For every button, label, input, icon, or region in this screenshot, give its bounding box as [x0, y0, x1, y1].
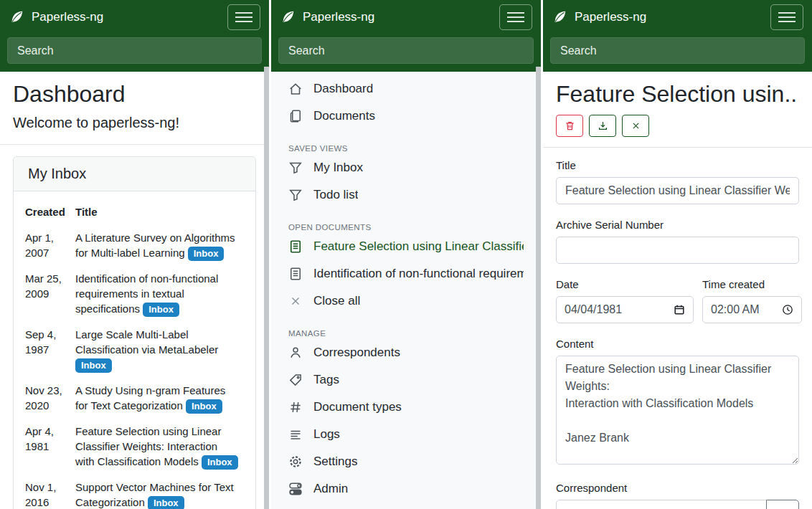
brand[interactable]: Paperless-ng	[9, 9, 103, 25]
menu-item-dashboard[interactable]: Dashboard	[271, 75, 541, 103]
content-label: Content	[556, 338, 799, 350]
content-textarea[interactable]: Feature Selection using Linear Classifie…	[556, 356, 799, 465]
menu-item-label: Dashboard	[313, 82, 373, 96]
menu-item-open-document-1[interactable]: Feature Selection using Linear Classifie…	[271, 233, 541, 260]
saved-view-card: My Inbox Created Title Apr 1, 2007	[13, 156, 256, 509]
brand-title: Paperless-ng	[575, 10, 646, 24]
inbox-tag-badge[interactable]: Inbox	[75, 358, 112, 373]
menu-item-label: Documents	[313, 109, 375, 123]
scrollbar[interactable]	[536, 67, 541, 509]
menu-item-open-document-2[interactable]: Identification of non-functional require…	[271, 260, 541, 287]
funnel-icon	[288, 161, 303, 175]
home-icon	[288, 82, 303, 96]
inbox-tag-badge[interactable]: Inbox	[186, 399, 222, 414]
column-header-title: Title	[75, 203, 244, 225]
inbox-tag-badge[interactable]: Inbox	[143, 303, 179, 317]
row-created: Nov 23, 2020	[25, 378, 75, 419]
add-correspondent-button[interactable]: +	[766, 500, 799, 509]
date-field: Date 04/04/1981	[556, 278, 694, 323]
inbox-tag-badge[interactable]: Inbox	[188, 247, 225, 261]
search-input[interactable]	[550, 37, 805, 64]
time-value: 02:00 AM	[711, 303, 760, 316]
hash-icon	[288, 400, 303, 414]
correspondent-label: Correspondent	[556, 482, 799, 494]
menu-item-label: My Inbox	[313, 161, 363, 175]
close-icon	[631, 121, 641, 130]
header-divider	[543, 147, 812, 148]
documents-icon	[288, 109, 303, 123]
menu-item-correspondents[interactable]: Correspondents	[271, 339, 541, 366]
menu-item-label: Tags	[313, 373, 339, 387]
time-field: Time created 02:00 AM	[702, 278, 802, 323]
table-row[interactable]: Apr 4, 1981 Feature Selection using Line…	[25, 419, 244, 475]
menu-item-label: Document types	[313, 400, 402, 414]
brand-title: Paperless-ng	[303, 10, 374, 24]
row-title[interactable]: Feature Selection using Linear Classifie…	[75, 425, 221, 467]
dashboard-content: Dashboard Welcome to paperless-ng! My In…	[0, 67, 269, 509]
file-text-icon	[288, 267, 303, 281]
inbox-table: Created Title Apr 1, 2007 A Literature S…	[25, 203, 244, 509]
menu-item-admin[interactable]: Admin	[271, 475, 541, 503]
calendar-icon[interactable]	[674, 304, 685, 315]
download-button[interactable]	[589, 115, 616, 137]
saved-view-card-title: My Inbox	[14, 157, 255, 191]
time-label: Time created	[702, 278, 802, 290]
search-input[interactable]	[278, 37, 534, 64]
menu-item-label: Close all	[313, 294, 360, 308]
clock-icon[interactable]	[782, 304, 793, 315]
date-input[interactable]: 04/04/1981	[556, 296, 694, 323]
time-input[interactable]: 02:00 AM	[702, 296, 802, 323]
page-title: Dashboard	[13, 81, 256, 108]
person-icon	[288, 346, 303, 360]
date-time-row: Date 04/04/1981 Time created 02:00 AM	[556, 278, 799, 323]
brand[interactable]: Paperless-ng	[552, 9, 646, 25]
menu-item-document-types[interactable]: Document types	[271, 394, 541, 421]
table-row[interactable]: Nov 23, 2020 A Study Using n-gram Featur…	[25, 378, 244, 419]
menu-item-label: Logs	[313, 427, 340, 442]
table-row[interactable]: Nov 1, 2016 Support Vector Machines for …	[25, 475, 244, 509]
download-icon	[598, 120, 608, 131]
row-created: Apr 1, 2007	[25, 225, 75, 266]
menu-item-label: Correspondents	[313, 346, 400, 360]
search-input[interactable]	[7, 37, 262, 64]
table-row[interactable]: Apr 1, 2007 A Literature Survey on Algor…	[25, 225, 244, 266]
table-row[interactable]: Sep 4, 1987 Large Scale Multi-Label Clas…	[25, 322, 244, 378]
inbox-tag-badge[interactable]: Inbox	[202, 455, 238, 470]
tag-icon	[288, 373, 303, 387]
menu-item-label: Feature Selection using Linear Classifie…	[313, 239, 524, 254]
title-label: Title	[556, 159, 799, 171]
menu-item-my-inbox[interactable]: My Inbox	[271, 154, 541, 181]
correspondent-select[interactable]: Dunja Mladenić	[556, 500, 767, 509]
hamburger-icon[interactable]	[227, 4, 260, 30]
hamburger-icon[interactable]	[499, 4, 532, 30]
delete-button[interactable]	[556, 115, 583, 137]
title-input[interactable]	[556, 177, 799, 204]
menu-item-settings[interactable]: Settings	[271, 448, 541, 475]
header-divider	[0, 144, 269, 145]
close-document-button[interactable]	[622, 115, 649, 137]
menu-item-tags[interactable]: Tags	[271, 366, 541, 394]
menu-item-todo-list[interactable]: Todo list	[271, 181, 541, 209]
toggles-icon	[288, 482, 303, 496]
row-title[interactable]: Large Scale Multi-Label Classification v…	[75, 328, 218, 356]
navbar: Paperless-ng	[543, 0, 812, 34]
inbox-tag-badge[interactable]: Inbox	[148, 496, 184, 509]
nav-menu-panel: Paperless-ng Dashboard Documents SAVED V…	[271, 0, 541, 509]
menu-item-close-all[interactable]: Close all	[271, 287, 541, 315]
menu-item-logs[interactable]: Logs	[271, 421, 541, 448]
file-text-icon	[288, 239, 303, 254]
scrollbar[interactable]	[264, 67, 269, 509]
brand[interactable]: Paperless-ng	[280, 9, 374, 25]
menu-item-documents[interactable]: Documents	[271, 103, 541, 130]
content-field: Content Feature Selection using Linear C…	[556, 338, 799, 467]
trash-icon	[565, 120, 575, 131]
navbar: Paperless-ng	[0, 0, 269, 34]
table-row[interactable]: Mar 25, 2009 Identification of non-funct…	[25, 266, 244, 322]
hamburger-icon[interactable]	[770, 4, 803, 30]
column-header-created: Created	[25, 203, 75, 225]
correspondent-field: Correspondent Dunja Mladenić +	[556, 482, 799, 509]
plus-icon: +	[778, 506, 787, 509]
asn-input[interactable]	[556, 237, 799, 264]
row-created: Nov 1, 2016	[25, 475, 75, 509]
row-created: Mar 25, 2009	[25, 266, 75, 322]
